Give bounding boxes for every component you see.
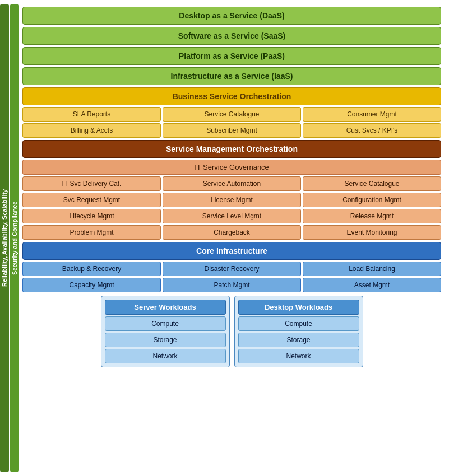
- smo-cell-4: License Mgmt: [163, 193, 301, 207]
- smo-cell-9: Problem Mgmt: [22, 225, 161, 240]
- security-label: Security and Compliance: [10, 4, 19, 472]
- server-storage: Storage: [105, 333, 226, 347]
- main-container: Reliability, Availability, Scalability S…: [0, 0, 449, 476]
- workloads-section: Server Workloads Compute Storage Network…: [22, 296, 441, 367]
- smo-cell-11: Event Monitoring: [303, 225, 441, 240]
- smo-grid: IT Svc Delivery Cat. Service Automation …: [22, 176, 441, 240]
- daas-row: Desktop as a Service (DaaS): [22, 7, 441, 25]
- smo-cell-8: Release Mgmt: [303, 209, 441, 223]
- smo-cell-5: Configuration Mgmt: [303, 193, 441, 207]
- smo-cell-6: Lifecycle Mgmt: [22, 209, 161, 223]
- main-diagram: Desktop as a Service (DaaS) Software as …: [20, 4, 445, 472]
- ci-cell-4: Patch Mgmt: [163, 278, 301, 292]
- iaas-row: Infrastructure as a Service (IaaS): [22, 67, 441, 85]
- smo-cell-10: Chargeback: [163, 225, 301, 240]
- smo-cell-0: IT Svc Delivery Cat.: [22, 176, 161, 191]
- ci-cell-1: Disaster Recovery: [163, 262, 301, 276]
- bso-grid: SLA Reports Service Catalogue Consumer M…: [22, 107, 441, 138]
- bso-cell-2: Consumer Mgmt: [303, 107, 441, 122]
- smo-cell-3: Svc Request Mgmt: [22, 193, 161, 207]
- desktop-network: Network: [238, 349, 359, 363]
- bso-section: Business Service Orchestration SLA Repor…: [22, 87, 441, 138]
- desktop-workloads-header: Desktop Workloads: [238, 300, 359, 315]
- itsg-header: IT Service Governance: [22, 160, 441, 175]
- paas-row: Platform as a Service (PaaS): [22, 47, 441, 65]
- smo-cell-7: Service Level Mgmt: [163, 209, 301, 223]
- bso-cell-0: SLA Reports: [22, 107, 161, 122]
- ci-header: Core Infrastructure: [22, 242, 441, 260]
- server-compute: Compute: [105, 316, 226, 331]
- smo-cell-2: Service Catalogue: [303, 176, 441, 191]
- desktop-compute: Compute: [238, 316, 359, 331]
- bso-header: Business Service Orchestration: [22, 87, 441, 105]
- bso-cell-1: Service Catalogue: [163, 107, 301, 122]
- server-network: Network: [105, 349, 226, 363]
- ci-cell-0: Backup & Recovery: [22, 262, 161, 276]
- bso-cell-5: Cust Svcs / KPI's: [303, 123, 441, 138]
- smo-cell-1: Service Automation: [163, 176, 301, 191]
- ci-cell-3: Capacity Mgmt: [22, 278, 161, 292]
- server-workloads-box: Server Workloads Compute Storage Network: [101, 296, 230, 367]
- bso-cell-3: Billing & Accts: [22, 123, 161, 138]
- desktop-workloads-box: Desktop Workloads Compute Storage Networ…: [234, 296, 363, 367]
- ci-cell-5: Asset Mgmt: [303, 278, 441, 292]
- saas-row: Software as a Service (SaaS): [22, 27, 441, 45]
- reliability-label: Reliability, Availability, Scalability: [0, 4, 9, 472]
- ci-grid: Backup & Recovery Disaster Recovery Load…: [22, 262, 441, 292]
- server-workloads-header: Server Workloads: [105, 300, 226, 315]
- vertical-labels: Reliability, Availability, Scalability S…: [0, 4, 20, 472]
- ci-cell-2: Load Balancing: [303, 262, 441, 276]
- smo-section: Service Management Orchestration IT Serv…: [22, 140, 441, 240]
- smo-header: Service Management Orchestration: [22, 140, 441, 158]
- desktop-storage: Storage: [238, 333, 359, 347]
- bso-cell-4: Subscriber Mgmt: [163, 123, 301, 138]
- ci-section: Core Infrastructure Backup & Recovery Di…: [22, 242, 441, 292]
